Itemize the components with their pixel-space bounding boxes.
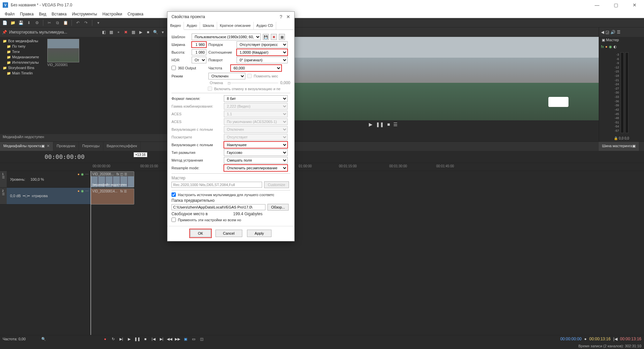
- menu-view[interactable]: Вид: [37, 11, 48, 17]
- ok-button[interactable]: ОК: [190, 230, 211, 237]
- menu-help[interactable]: Справка: [126, 11, 145, 17]
- dialog-help-icon[interactable]: ?: [280, 14, 282, 19]
- paste-icon[interactable]: 📋: [63, 20, 68, 25]
- 360-output-checkbox[interactable]: [171, 66, 176, 70]
- speaker-icon[interactable]: 🔊: [610, 30, 615, 35]
- tab-transitions[interactable]: Переходы: [79, 142, 103, 151]
- blur-type-select[interactable]: Гауссово: [224, 149, 288, 156]
- tree-intellect[interactable]: Интеллектуалы: [0, 60, 45, 65]
- region-marker[interactable]: +13:16: [134, 152, 147, 157]
- rotate-select[interactable]: 0° (оригинал): [237, 57, 288, 63]
- tab-project-media[interactable]: Медиафайлы проекта▣✕: [0, 142, 53, 151]
- menu-insert[interactable]: Вставка: [50, 11, 69, 17]
- import-media-button[interactable]: Импортировать мультимедиа...: [9, 30, 67, 35]
- preview-menu-icon[interactable]: ☰: [393, 122, 398, 127]
- cancel-button[interactable]: Cancel: [215, 230, 242, 237]
- order-select[interactable]: Отсутствует (прогресс: [237, 41, 288, 48]
- media-tool-icon[interactable]: ⚬: [116, 30, 121, 35]
- close-button[interactable]: ✕: [628, 2, 641, 8]
- video-clip[interactable]: VID_202008... fx ◫ ☰ (медиафайл недоступ…: [91, 171, 134, 187]
- save-project-icon[interactable]: 💾: [18, 20, 23, 25]
- zoom-tool-icon[interactable]: 🔍: [41, 336, 46, 342]
- height-input[interactable]: [192, 49, 206, 55]
- timeline-timecode[interactable]: 00:00:00:00: [0, 151, 91, 163]
- mode-select[interactable]: Отключен: [208, 73, 245, 79]
- audio-track-header[interactable]: 2☰ 0,0 dB ━□━ нтрирова ● ◉ ⋯: [0, 188, 91, 205]
- menu-file[interactable]: Файл: [3, 11, 17, 17]
- tool-select-icon[interactable]: ▭: [191, 337, 197, 341]
- width-input[interactable]: [192, 42, 206, 48]
- play-icon[interactable]: ▶: [126, 337, 132, 341]
- media-play-icon[interactable]: ▶: [138, 30, 143, 35]
- undo-icon[interactable]: ↶: [75, 20, 81, 25]
- master-fx-icon[interactable]: fx: [601, 45, 604, 49]
- loop-icon[interactable]: ↻: [110, 337, 116, 341]
- media-tool-icon[interactable]: ▦: [131, 30, 136, 35]
- cut-icon[interactable]: ✂: [47, 20, 52, 25]
- collapse-icon[interactable]: ◀: [601, 30, 604, 35]
- track-more-icon[interactable]: ⋯: [85, 172, 89, 176]
- dialog-tab-audio[interactable]: Аудио: [184, 22, 200, 30]
- playhead[interactable]: [91, 171, 91, 335]
- settings-icon[interactable]: ☰: [617, 30, 621, 35]
- tool-normal-icon[interactable]: ▣: [183, 337, 189, 341]
- properties-icon[interactable]: ⚙: [34, 20, 40, 25]
- video-track-header[interactable]: 1☰ Уровень: 100,0 % ● ◉ ⋯: [0, 171, 91, 188]
- aspect-select[interactable]: 1,0000 (Квадрат): [237, 49, 288, 56]
- adjust-media-checkbox[interactable]: [171, 192, 176, 197]
- tab-mastering-bus[interactable]: Шина мастеринга▣: [599, 142, 639, 151]
- dialog-tab-video[interactable]: Видео: [167, 22, 184, 30]
- new-project-icon[interactable]: 📄: [2, 20, 7, 25]
- copy-icon[interactable]: ⧉: [55, 20, 60, 25]
- prerender-folder-input[interactable]: [171, 204, 265, 210]
- media-tool-icon[interactable]: ▦: [108, 30, 114, 35]
- record-icon[interactable]: ●: [102, 337, 108, 341]
- tree-all-media[interactable]: Все медиафайлы: [0, 38, 45, 44]
- pause-icon[interactable]: ❚❚: [134, 337, 140, 341]
- menu-settings[interactable]: Настройки: [100, 11, 124, 17]
- play-start-icon[interactable]: ▶|: [118, 337, 124, 341]
- preview-pause-icon[interactable]: ❚❚: [376, 122, 384, 127]
- minimize-button[interactable]: —: [590, 2, 604, 8]
- tab-explorer[interactable]: Проводник: [53, 142, 79, 151]
- next-frame-icon[interactable]: ▶▶: [175, 337, 181, 341]
- template-select[interactable]: Пользовательское (1980x1080; 60,: [192, 34, 261, 40]
- pin-icon[interactable]: 📌: [2, 30, 7, 35]
- deinterlace-select[interactable]: Смешать поля: [224, 157, 288, 164]
- video-clip-2[interactable]: VID_20200814... fx ☰: [91, 188, 134, 205]
- timecode-selection-length[interactable]: 00:00:13:16: [620, 337, 641, 341]
- prev-frame-icon[interactable]: ◀◀: [166, 337, 172, 341]
- tree-storyboard[interactable]: Storyboard Bins: [0, 65, 45, 70]
- timecode-cursor[interactable]: 00:00:00:00: [560, 337, 581, 341]
- maximize-button[interactable]: ▢: [609, 2, 623, 8]
- track-mute-icon[interactable]: ◉: [81, 172, 84, 176]
- tab-video-fx[interactable]: Видеоспецэффек: [103, 142, 141, 151]
- render-quality-select[interactable]: Наилучшее: [224, 141, 288, 148]
- media-view-icon[interactable]: ▾: [160, 30, 165, 35]
- pixel-format-select[interactable]: 8 бит: [224, 95, 288, 102]
- redo-icon[interactable]: ↷: [83, 20, 89, 25]
- apply-button[interactable]: Apply: [247, 230, 272, 237]
- toolbar-misc-icon[interactable]: ▾: [96, 20, 101, 25]
- dialog-tab-scale[interactable]: Шкала: [200, 22, 217, 30]
- media-delete-icon[interactable]: ✖: [123, 30, 129, 35]
- track-bypass-icon[interactable]: ●: [78, 189, 80, 193]
- dialog-tab-audiocd[interactable]: Аудио CD: [254, 22, 276, 30]
- stop-icon[interactable]: ■: [142, 337, 148, 341]
- lock-icon[interactable]: 🔒: [614, 136, 618, 140]
- dialog-tab-desc[interactable]: Краткое описание: [217, 22, 254, 30]
- media-tool-icon[interactable]: ◧: [101, 30, 106, 35]
- track-mute-icon[interactable]: ◉: [81, 189, 84, 193]
- tree-by-type[interactable]: По типу: [0, 44, 45, 49]
- render-icon[interactable]: ⬇: [26, 20, 32, 25]
- menu-edit[interactable]: Правка: [18, 11, 36, 17]
- media-search-icon[interactable]: 🔍: [153, 30, 158, 35]
- preview-stop-icon[interactable]: ■: [387, 122, 390, 127]
- goto-end-icon[interactable]: ▶|: [158, 337, 164, 341]
- tool-envelope-icon[interactable]: ◫: [199, 337, 205, 341]
- open-project-icon[interactable]: 📁: [10, 20, 15, 25]
- track-bypass-icon[interactable]: ●: [78, 172, 80, 176]
- goto-start-icon[interactable]: |◀: [150, 337, 156, 341]
- resample-mode-select[interactable]: Отключить ресэмплирование: [224, 165, 288, 171]
- tree-tags[interactable]: Теги: [0, 49, 45, 54]
